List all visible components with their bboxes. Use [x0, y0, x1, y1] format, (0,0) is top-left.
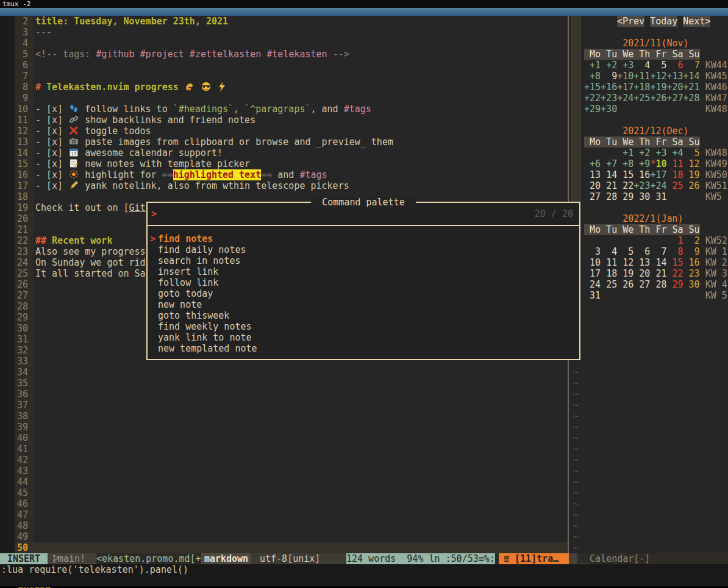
editor-line[interactable]: 15- [x] new notes with template picker [0, 158, 568, 169]
calendar-prev-button[interactable]: <Prev [617, 16, 644, 27]
palette-item[interactable]: new note [148, 299, 579, 310]
editor-line[interactable]: 42 [0, 455, 568, 466]
calendar-day[interactable]: 11 [673, 158, 683, 169]
calendar-day[interactable]: +28 [683, 93, 700, 104]
editor-line[interactable]: 17- [x] yank notelink, also from wthin t… [0, 180, 568, 191]
calendar-day[interactable]: 28 [606, 191, 617, 202]
editor-line[interactable]: 16- [x] highlight for ==highlighted text… [0, 169, 568, 180]
editor-line[interactable]: 37 [0, 400, 568, 411]
editor-line[interactable]: 4 [0, 38, 568, 49]
calendar-day[interactable]: 25 [673, 180, 683, 191]
calendar-day[interactable]: 24 [590, 279, 601, 290]
calendar-day[interactable]: 25 [606, 279, 617, 290]
calendar-day[interactable]: +24 [617, 93, 633, 104]
calendar-day[interactable]: +2 [606, 60, 617, 71]
calendar-day[interactable]: 19 [623, 268, 633, 279]
calendar-day[interactable]: 8 [678, 246, 683, 257]
editor-line[interactable]: 44 [0, 476, 568, 487]
palette-item[interactable]: insert link [148, 266, 579, 277]
calendar-day[interactable]: 9 [612, 71, 617, 82]
editor-line[interactable]: 47 [0, 509, 568, 520]
calendar-day[interactable]: +4 [673, 147, 683, 158]
editor-line[interactable]: 43 [0, 466, 568, 476]
calendar-day[interactable]: +1 [590, 60, 601, 71]
calendar-day[interactable]: 4 [644, 60, 650, 71]
calendar-day[interactable]: +16 [601, 82, 617, 93]
editor-line[interactable]: 6 [0, 60, 568, 71]
editor-line[interactable]: 39 [0, 422, 568, 433]
calendar-day[interactable]: 31 [655, 191, 666, 202]
calendar-day[interactable]: 17 [590, 268, 601, 279]
calendar-day[interactable]: +25 [633, 93, 650, 104]
editor-line[interactable]: 41 [0, 444, 568, 455]
calendar-day[interactable]: 16 [689, 257, 700, 268]
calendar-day[interactable]: 26 [689, 180, 700, 191]
palette-item[interactable]: yank link to note [148, 332, 579, 343]
palette-prompt-row[interactable]: > 20 / 20 [148, 203, 579, 226]
calendar-day[interactable]: +23 [633, 180, 650, 191]
calendar-day[interactable]: 6 [678, 60, 683, 71]
calendar-day[interactable]: 30 [689, 279, 700, 290]
calendar-day[interactable]: +11 [633, 71, 650, 82]
calendar-day[interactable]: 12 [689, 158, 700, 169]
palette-item[interactable]: search in notes [148, 255, 579, 266]
calendar-day[interactable]: +23 [601, 93, 617, 104]
calendar-day[interactable]: +26 [650, 93, 666, 104]
calendar-day[interactable]: +21 [683, 82, 700, 93]
calendar-day[interactable]: +17 [617, 82, 633, 93]
editor-line[interactable]: 13- [x] paste images from clipboard or b… [0, 136, 568, 147]
calendar-day[interactable]: 13 [639, 257, 650, 268]
editor-line[interactable]: 2title: Tuesday, November 23th, 2021 [0, 16, 568, 27]
calendar-day[interactable]: 20 [590, 180, 601, 191]
calendar-day[interactable]: +1 [623, 147, 633, 158]
calendar-day[interactable]: +27 [666, 93, 683, 104]
editor-line[interactable]: 18 [0, 191, 568, 202]
calendar-day[interactable]: +3 [623, 60, 633, 71]
calendar-day[interactable]: 5 [694, 147, 700, 158]
editor-line[interactable]: 10- [x] follow links to `#headings`, `^p… [0, 104, 568, 115]
calendar-day[interactable]: +9 [639, 158, 650, 169]
editor-line[interactable]: 8# Telekasten.nvim progress [0, 82, 568, 93]
calendar-day[interactable]: 18 [606, 268, 617, 279]
calendar-day[interactable]: 7 [661, 246, 666, 257]
editor-line[interactable]: 48 [0, 520, 568, 531]
palette-item[interactable]: follow link [148, 277, 579, 288]
calendar-day[interactable]: 15 [673, 257, 683, 268]
calendar-day[interactable]: 19 [689, 169, 700, 180]
calendar-day[interactable]: +10 [617, 71, 633, 82]
calendar-day[interactable]: +8 [623, 158, 633, 169]
calendar-day[interactable]: 23 [689, 268, 700, 279]
calendar-day[interactable]: +18 [633, 82, 650, 93]
editor-line[interactable]: 36 [0, 389, 568, 400]
calendar-day[interactable]: 30 [639, 191, 650, 202]
calendar-day[interactable]: +20 [666, 82, 683, 93]
calendar-day[interactable]: +22 [584, 93, 601, 104]
editor-line[interactable]: 34 [0, 367, 568, 378]
palette-item[interactable]: goto thisweek [148, 310, 579, 321]
palette-item[interactable]: find daily notes [148, 244, 579, 255]
calendar-next-button[interactable]: Next> [683, 16, 710, 27]
calendar-day[interactable]: 7 [694, 60, 700, 71]
calendar-day[interactable]: +19 [650, 82, 666, 93]
calendar-day[interactable]: 21 [655, 268, 666, 279]
calendar-day[interactable]: 12 [623, 257, 633, 268]
calendar-day[interactable]: +15 [584, 82, 601, 93]
palette-item[interactable]: goto today [148, 288, 579, 299]
calendar-day[interactable]: 10 [590, 257, 601, 268]
calendar-day[interactable]: 4 [612, 246, 617, 257]
calendar-day[interactable]: +30 [601, 104, 617, 115]
calendar-day[interactable]: +13 [666, 71, 683, 82]
calendar-day[interactable]: +29 [584, 104, 601, 115]
editor-line[interactable]: 14- [x] 17 awesome calendar support! [0, 147, 568, 158]
calendar-day[interactable]: 14 [655, 257, 666, 268]
calendar-day[interactable]: 29 [673, 279, 683, 290]
calendar-day[interactable]: +2 [639, 147, 650, 158]
calendar-day[interactable]: 3 [595, 246, 601, 257]
calendar-day[interactable]: 11 [606, 257, 617, 268]
calendar-day[interactable]: +24 [650, 180, 666, 191]
calendar-day[interactable]: 14 [606, 169, 617, 180]
editor-line[interactable]: 46 [0, 498, 568, 509]
editor-line[interactable]: 5<!-- tags: #github #project #zettelkast… [0, 49, 568, 60]
editor-line[interactable]: 9 [0, 93, 568, 104]
palette-item[interactable]: >find notes [148, 233, 579, 244]
